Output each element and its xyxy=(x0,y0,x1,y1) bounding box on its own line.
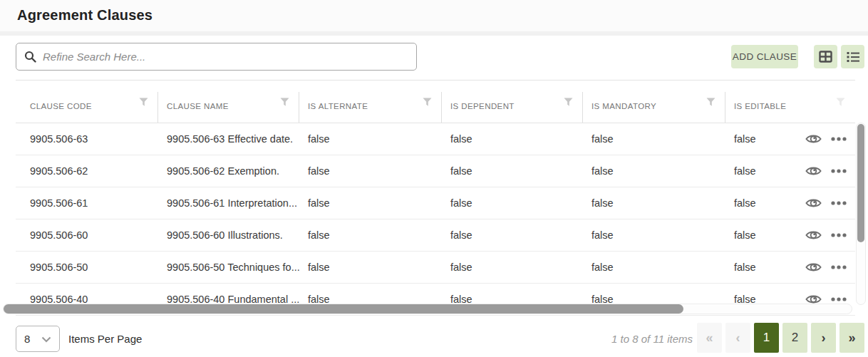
table-header-row: CLAUSE CODE CLAUSE NAME IS ALTERNATE IS … xyxy=(16,81,855,123)
agreement-clauses-page: Agreement Clauses ADD CLAUSE CLAUSE CODE… xyxy=(0,0,868,357)
last-page-button[interactable]: » xyxy=(839,323,864,353)
eye-icon[interactable] xyxy=(805,165,822,177)
items-per-page-value: 8 xyxy=(24,333,30,345)
search-icon xyxy=(24,51,36,63)
items-per-page-label: Items Per Page xyxy=(68,333,142,345)
cell-is-mandatory: false xyxy=(583,229,725,241)
eye-icon[interactable] xyxy=(805,229,822,241)
pagination-controls: « ‹ 1 2 › » xyxy=(697,323,864,353)
cell-is-editable: false xyxy=(725,197,855,209)
title-bar: Agreement Clauses xyxy=(0,0,868,31)
row-menu-dots-icon[interactable] xyxy=(831,137,847,141)
row-menu-dots-icon[interactable] xyxy=(831,169,847,173)
cell-is-dependent: false xyxy=(442,262,583,273)
filter-icon[interactable] xyxy=(423,98,432,108)
items-per-page-select[interactable]: 8 xyxy=(16,326,60,352)
cell-clause-name: 9905.506-60 Illustrations. xyxy=(158,229,299,241)
cell-is-dependent: false xyxy=(442,133,583,145)
cell-is-editable: false xyxy=(725,229,855,241)
cell-is-mandatory: false xyxy=(583,165,725,177)
cell-clause-name: 9905.506-50 Techniques fo... xyxy=(158,262,299,273)
column-header-clause-code[interactable]: CLAUSE CODE xyxy=(16,81,158,123)
cell-clause-name: 9905.506-63 Effective date. xyxy=(158,133,299,145)
table-row[interactable]: 9905.506-62 9905.506-62 Exemption. false… xyxy=(16,155,855,187)
column-header-is-alternate[interactable]: IS ALTERNATE xyxy=(299,81,442,123)
cell-is-alternate: false xyxy=(299,165,442,177)
cell-is-mandatory: false xyxy=(583,133,725,145)
next-page-button[interactable]: › xyxy=(811,323,836,353)
eye-icon[interactable] xyxy=(805,197,822,209)
cell-is-editable: false xyxy=(725,165,855,177)
list-view-icon[interactable] xyxy=(841,45,864,68)
cell-is-alternate: false xyxy=(299,197,442,209)
row-menu-dots-icon[interactable] xyxy=(831,201,847,205)
cell-clause-code: 9905.506-62 xyxy=(16,165,158,177)
filter-icon[interactable] xyxy=(564,98,573,108)
row-menu-dots-icon[interactable] xyxy=(831,233,847,237)
cell-is-dependent: false xyxy=(442,197,583,209)
cell-clause-code: 9905.506-61 xyxy=(16,197,158,209)
cell-is-dependent: false xyxy=(442,229,583,241)
pagination-range-text: 1 to 8 of 11 items xyxy=(611,333,693,345)
column-header-clause-name[interactable]: CLAUSE NAME xyxy=(158,81,299,123)
cell-is-editable: false xyxy=(725,133,855,145)
page-2-button[interactable]: 2 xyxy=(782,323,807,353)
column-header-is-dependent[interactable]: IS DEPENDENT xyxy=(442,81,583,123)
search-input[interactable] xyxy=(43,51,408,63)
column-header-is-mandatory[interactable]: IS MANDATORY xyxy=(583,81,725,123)
horizontal-scrollbar-thumb[interactable] xyxy=(4,304,683,314)
cell-is-mandatory: false xyxy=(583,197,725,209)
eye-icon[interactable] xyxy=(805,262,822,273)
cell-is-dependent: false xyxy=(442,165,583,177)
cell-is-mandatory: false xyxy=(583,262,725,273)
chevron-down-icon xyxy=(41,333,51,345)
table-row[interactable]: 9905.506-61 9905.506-61 Interpretation..… xyxy=(16,187,855,219)
previous-page-button[interactable]: ‹ xyxy=(725,323,750,353)
table-row[interactable]: 9905.506-60 9905.506-60 Illustrations. f… xyxy=(16,219,855,252)
filter-icon[interactable] xyxy=(280,98,289,108)
cell-clause-code: 9905.506-50 xyxy=(16,262,158,273)
page-title: Agreement Clauses xyxy=(17,7,153,24)
row-menu-dots-icon[interactable] xyxy=(831,297,847,301)
filter-icon[interactable] xyxy=(139,98,148,108)
table-row[interactable]: 9905.506-50 9905.506-50 Techniques fo...… xyxy=(16,252,855,284)
row-menu-dots-icon[interactable] xyxy=(831,265,847,269)
title-divider xyxy=(0,31,868,36)
filter-icon[interactable] xyxy=(706,98,715,108)
page-1-button[interactable]: 1 xyxy=(754,323,779,353)
vertical-scrollbar-thumb[interactable] xyxy=(857,124,864,242)
cell-clause-name: 9905.506-62 Exemption. xyxy=(158,165,299,177)
cell-is-alternate: false xyxy=(299,133,442,145)
first-page-button[interactable]: « xyxy=(697,323,722,353)
cell-clause-code: 9905.506-63 xyxy=(16,133,158,145)
add-clause-button[interactable]: ADD CLAUSE xyxy=(731,45,798,68)
cell-is-alternate: false xyxy=(299,229,442,241)
eye-icon[interactable] xyxy=(805,133,822,145)
column-header-is-editable[interactable]: IS EDITABLE xyxy=(725,81,855,123)
table-view-icon[interactable] xyxy=(814,45,837,68)
cell-clause-name: 9905.506-61 Interpretation... xyxy=(158,197,299,209)
horizontal-scrollbar-track[interactable] xyxy=(3,304,852,314)
vertical-scrollbar-track[interactable] xyxy=(856,123,866,305)
filter-icon[interactable] xyxy=(836,98,845,108)
table-row[interactable]: 9905.506-63 9905.506-63 Effective date. … xyxy=(16,123,855,155)
cell-is-alternate: false xyxy=(299,262,442,273)
search-box xyxy=(16,43,417,71)
cell-is-editable: false xyxy=(725,262,855,273)
clauses-table: CLAUSE CODE CLAUSE NAME IS ALTERNATE IS … xyxy=(16,80,855,316)
cell-clause-code: 9905.506-60 xyxy=(16,229,158,241)
